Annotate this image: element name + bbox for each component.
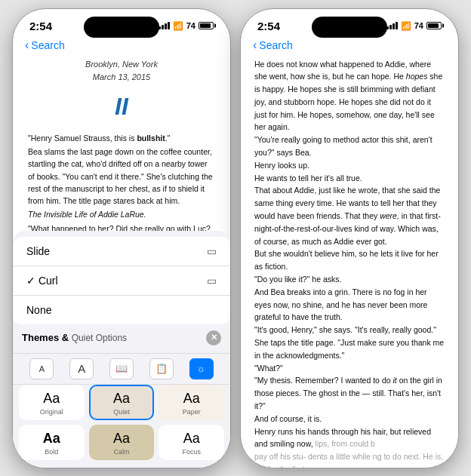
theme-paper-label: Paper bbox=[183, 408, 201, 416]
book-header: Brooklyn, New York March 13, 2015 bbox=[28, 58, 215, 84]
slide-option-slide[interactable]: Slide ▭ bbox=[13, 237, 230, 266]
slide-options: Slide ▭ Curl ▭ None bbox=[13, 237, 230, 324]
rp-4: That about Addie, just like he wrote, th… bbox=[254, 184, 445, 247]
nav-bar-right: ‹ Search bbox=[241, 35, 458, 58]
close-themes-button[interactable]: ✕ bbox=[206, 330, 221, 345]
right-phone: 2:54 📶 74 ‹ Search He does not k bbox=[240, 8, 459, 468]
header-line2: March 13, 2015 bbox=[28, 71, 215, 84]
theme-grid: Aa Original Aa Quiet Aa Paper Aa Bold Aa bbox=[13, 385, 230, 468]
time-right: 2:54 bbox=[257, 20, 280, 32]
theme-bold-sample: Aa bbox=[43, 431, 60, 447]
back-arrow-icon: ‹ bbox=[25, 38, 29, 52]
theme-original-sample: Aa bbox=[43, 391, 60, 407]
theme-paper-sample: Aa bbox=[183, 391, 200, 407]
theme-paper[interactable]: Aa Paper bbox=[159, 385, 224, 420]
header-line1: Brooklyn, New York bbox=[28, 58, 215, 72]
dynamic-island-right bbox=[312, 17, 387, 38]
battery-level: 74 bbox=[186, 21, 195, 30]
brightness-button[interactable]: ☼ bbox=[189, 358, 214, 379]
page-view-button[interactable]: 📋 bbox=[149, 358, 174, 379]
themes-section: Themes & Quiet Options ✕ bbox=[13, 324, 230, 353]
wifi-icon-right: 📶 bbox=[401, 21, 411, 31]
theme-quiet-label: Quiet bbox=[113, 408, 130, 416]
dynamic-island bbox=[84, 17, 159, 38]
book-content-right: He does not know what happened to Addie,… bbox=[241, 58, 458, 468]
chapter-number: II bbox=[28, 88, 215, 126]
back-arrow-icon-right: ‹ bbox=[253, 38, 257, 52]
rp-5: But she wouldn't believe him, so he lets… bbox=[254, 247, 445, 273]
slide-option-none-label: None bbox=[26, 304, 51, 316]
rp-1: "You're really going to method actor thi… bbox=[254, 134, 445, 159]
font-small-button[interactable]: A bbox=[29, 358, 54, 379]
battery-icon bbox=[199, 22, 214, 29]
time-left: 2:54 bbox=[29, 20, 52, 32]
theme-quiet[interactable]: Aa Quiet bbox=[89, 385, 155, 420]
themes-title-text: Themes & Quiet Options bbox=[22, 332, 127, 343]
slide-option-slide-label: Slide bbox=[26, 245, 50, 257]
rp-6: "Do you like it?" he asks. bbox=[254, 273, 445, 286]
nav-bar-left: ‹ Search bbox=[13, 35, 230, 58]
slide-option-curl[interactable]: Curl ▭ bbox=[13, 266, 230, 296]
theme-focus-sample: Aa bbox=[183, 431, 200, 447]
rp-11: And of course, it is. bbox=[254, 413, 445, 425]
font-large-button[interactable]: A bbox=[69, 358, 94, 379]
theme-focus[interactable]: Aa Focus bbox=[159, 425, 224, 460]
para-2: The Invisible Life of Addie LaRue. bbox=[28, 208, 215, 220]
rp-3: He wants to tell her it's all true. bbox=[254, 172, 445, 185]
back-label-right: Search bbox=[259, 39, 292, 51]
signal-icon bbox=[159, 22, 170, 29]
theme-original[interactable]: Aa Original bbox=[19, 385, 85, 420]
theme-calm[interactable]: Aa Calm bbox=[89, 425, 155, 460]
theme-quiet-sample: Aa bbox=[113, 391, 130, 407]
slide-option-curl-icon: ▭ bbox=[207, 275, 217, 287]
theme-calm-sample: Aa bbox=[113, 431, 130, 447]
signal-icon-right bbox=[386, 22, 398, 29]
rp-13: pay off his stu- dents a little while ng… bbox=[254, 450, 445, 468]
para-1: Bea slams the last page down on the coff… bbox=[28, 146, 215, 207]
rp-12: Henry runs his hands through his hair, b… bbox=[254, 425, 445, 451]
book-view-button[interactable]: 📖 bbox=[109, 358, 134, 379]
back-button-right[interactable]: ‹ Search bbox=[253, 38, 293, 52]
right-text: He does not know what happened to Addie,… bbox=[254, 58, 445, 468]
para-0: "Henry Samuel Strauss, this is bullshit.… bbox=[28, 132, 215, 144]
slide-option-curl-label: Curl bbox=[26, 275, 58, 287]
status-icons-right: 📶 74 bbox=[386, 21, 442, 31]
rp-10: "My thesis. Remember? I wanted to do it … bbox=[254, 374, 445, 412]
battery-icon-right bbox=[426, 22, 442, 29]
rp-8: "It's good, Henry," she says. "It's real… bbox=[254, 324, 445, 361]
rp-9: "What?" bbox=[254, 362, 445, 375]
theme-original-label: Original bbox=[40, 408, 63, 416]
battery-level-right: 74 bbox=[414, 21, 423, 30]
back-label-left: Search bbox=[31, 39, 64, 51]
slide-option-none[interactable]: None bbox=[13, 296, 230, 324]
left-phone: 2:54 📶 74 ‹ Search Brooklyn, New bbox=[12, 8, 231, 468]
rp-7: And Bea breaks into a grin. There is no … bbox=[254, 286, 445, 324]
back-button-left[interactable]: ‹ Search bbox=[25, 38, 65, 52]
theme-calm-label: Calm bbox=[113, 448, 129, 456]
theme-focus-label: Focus bbox=[182, 448, 201, 456]
status-icons-left: 📶 74 bbox=[159, 21, 214, 31]
slide-option-slide-icon: ▭ bbox=[207, 245, 217, 257]
toolbar: A A 📖 📋 ☼ bbox=[13, 353, 230, 385]
rp-2: Henry looks up. bbox=[254, 159, 445, 172]
wifi-icon: 📶 bbox=[173, 21, 183, 31]
themes-title-bar: Themes & Quiet Options ✕ bbox=[22, 330, 221, 345]
rp-0: He does not know what happened to Addie,… bbox=[254, 58, 445, 134]
theme-bold-label: Bold bbox=[45, 448, 58, 456]
theme-bold[interactable]: Aa Bold bbox=[19, 425, 85, 460]
slide-panel: Slide ▭ Curl ▭ None Themes & Quiet Optio… bbox=[13, 231, 230, 468]
